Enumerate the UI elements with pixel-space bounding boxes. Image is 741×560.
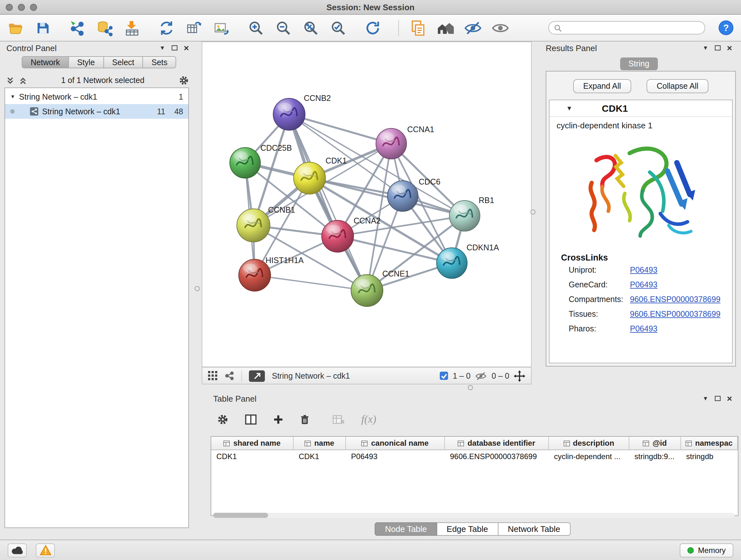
crosslink-link-tissues[interactable]: 9606.ENSP00000378699 — [630, 309, 721, 318]
add-column-plus-icon[interactable] — [273, 415, 283, 425]
column-header[interactable]: canonical name — [346, 437, 445, 450]
bottom-splitter-handle[interactable] — [468, 385, 473, 390]
column-header[interactable]: name — [293, 437, 346, 450]
close-window-button[interactable] — [6, 3, 13, 10]
cell-description[interactable]: cyclin-dependent ... — [549, 450, 629, 463]
results-tab-string[interactable]: String — [620, 57, 657, 70]
table-panel-close-icon[interactable]: × — [727, 394, 732, 403]
apply-layout-button[interactable] — [158, 19, 176, 37]
network-node-ccna1[interactable] — [376, 128, 407, 159]
network-node-cdc25b[interactable] — [230, 147, 260, 178]
column-header[interactable]: namespac — [681, 437, 738, 450]
right-splitter-handle[interactable] — [530, 209, 536, 214]
control-panel-close-icon[interactable]: × — [184, 44, 189, 52]
cell-namespace[interactable]: stringdb — [681, 450, 738, 463]
column-header[interactable]: @id — [629, 437, 681, 450]
network-node-cdkn1a[interactable] — [436, 248, 467, 278]
scrollbar-thumb[interactable] — [213, 513, 268, 518]
zoom-selected-button[interactable] — [329, 19, 347, 37]
memory-button[interactable]: Memory — [679, 543, 733, 557]
network-row-selected[interactable]: String Network – cdk1 11 48 — [5, 104, 188, 119]
tab-network-table[interactable]: Network Table — [498, 522, 570, 536]
crosslink-link-uniprot[interactable]: P06493 — [630, 265, 657, 274]
hidden-eye-slash-icon[interactable] — [475, 371, 487, 380]
left-splitter-handle[interactable] — [195, 286, 200, 291]
search-input[interactable] — [565, 23, 699, 33]
search-box[interactable] — [548, 21, 705, 35]
column-header[interactable]: shared name — [211, 437, 293, 450]
results-panel-float-icon[interactable]: ▼ — [703, 45, 709, 51]
pan-crosshair-icon[interactable] — [514, 370, 525, 381]
network-canvas[interactable]: CCNB2CCNA1CDC25BCDK1CDC6RB1CCNB1CCNA2CDK… — [202, 42, 532, 367]
warnings-button[interactable] — [36, 543, 55, 557]
cell-canonical-name[interactable]: P06493 — [346, 450, 445, 463]
network-node-ccnb1[interactable] — [237, 209, 270, 242]
crosslink-link-compartments[interactable]: 9606.ENSP00000378699 — [630, 295, 721, 304]
control-panel-float-icon[interactable]: ▼ — [159, 45, 165, 51]
network-node-cdc6[interactable] — [387, 181, 418, 211]
show-selection-button[interactable] — [491, 19, 509, 37]
table-options-gear-icon[interactable] — [217, 414, 228, 425]
collection-disclosure-icon[interactable]: ▼ — [10, 94, 15, 99]
tab-network[interactable]: Network — [22, 56, 69, 68]
clone-network-button[interactable] — [409, 19, 427, 37]
network-node-cdk1[interactable] — [293, 162, 326, 194]
export-table-button[interactable] — [185, 19, 203, 37]
zoom-in-button[interactable] — [247, 19, 265, 37]
grid-view-icon[interactable] — [208, 371, 218, 381]
expand-all-networks-icon[interactable] — [19, 76, 27, 84]
import-network-file-button[interactable] — [68, 19, 86, 37]
control-panel-maximize-icon[interactable] — [172, 45, 178, 51]
export-image-button[interactable] — [212, 19, 230, 37]
results-panel-close-icon[interactable]: × — [727, 44, 732, 52]
tab-style[interactable]: Style — [69, 56, 104, 68]
import-table-file-button[interactable] — [123, 19, 141, 37]
refresh-view-button[interactable] — [364, 19, 382, 37]
hide-selection-button[interactable] — [464, 19, 482, 37]
zoom-window-button[interactable] — [30, 3, 37, 10]
cloud-status-button[interactable] — [8, 543, 27, 557]
collapse-all-button[interactable]: Collapse All — [647, 79, 709, 93]
zoom-out-button[interactable] — [274, 19, 292, 37]
gene-section-header[interactable]: ▼ CDK1 — [549, 100, 732, 117]
tab-node-table[interactable]: Node Table — [375, 522, 437, 536]
network-node-ccne1[interactable] — [351, 274, 383, 307]
tab-select[interactable]: Select — [104, 56, 143, 68]
gene-disclosure-icon[interactable]: ▼ — [566, 105, 572, 112]
show-all-networks-button[interactable] — [436, 19, 455, 37]
tab-edge-table[interactable]: Edge Table — [437, 522, 498, 536]
table-horizontal-scrollbar[interactable] — [213, 513, 735, 518]
network-canvas-svg[interactable]: CCNB2CCNA1CDC25BCDK1CDC6RB1CCNB1CCNA2CDK… — [202, 42, 531, 367]
function-builder-button[interactable]: f(x) — [361, 413, 376, 426]
import-network-database-button[interactable] — [96, 19, 114, 37]
selected-checkbox-icon[interactable] — [440, 372, 448, 380]
minimize-window-button[interactable] — [18, 3, 25, 10]
zoom-fit-button[interactable] — [302, 19, 320, 37]
network-edge[interactable] — [255, 275, 367, 291]
network-share-icon[interactable] — [225, 371, 234, 381]
help-button[interactable]: ? — [717, 19, 735, 37]
collapse-all-networks-icon[interactable] — [6, 76, 14, 84]
crosslink-link-pharos[interactable]: P06493 — [630, 324, 657, 333]
expand-all-button[interactable]: Expand All — [573, 79, 631, 93]
show-columns-icon[interactable] — [245, 415, 257, 425]
network-collection-row[interactable]: ▼ String Network – cdk1 1 — [5, 89, 188, 104]
network-options-gear-icon[interactable] — [179, 75, 189, 85]
table-panel-float-icon[interactable]: ▼ — [703, 395, 709, 401]
column-header[interactable]: database identifier — [445, 437, 549, 450]
table-row[interactable]: CDK1 CDK1 P06493 9606.ENSP00000378699 cy… — [211, 450, 738, 463]
column-header[interactable]: description — [549, 437, 629, 450]
network-edge[interactable] — [310, 178, 465, 216]
cell-database-identifier[interactable]: 9606.ENSP00000378699 — [445, 450, 549, 463]
open-session-button[interactable] — [6, 19, 24, 37]
cell-shared-name[interactable]: CDK1 — [211, 450, 293, 463]
delete-column-trash-icon[interactable] — [300, 414, 310, 425]
network-node-ccnb2[interactable] — [273, 98, 305, 130]
table-panel-maximize-icon[interactable] — [715, 396, 721, 401]
crosslink-link-genecard[interactable]: P06493 — [630, 280, 657, 289]
network-node-rb1[interactable] — [449, 200, 480, 231]
network-node-ccna2[interactable] — [322, 220, 354, 252]
cell-id[interactable]: stringdb:9... — [629, 450, 681, 463]
results-panel-maximize-icon[interactable] — [715, 45, 721, 51]
tab-sets[interactable]: Sets — [143, 56, 177, 68]
